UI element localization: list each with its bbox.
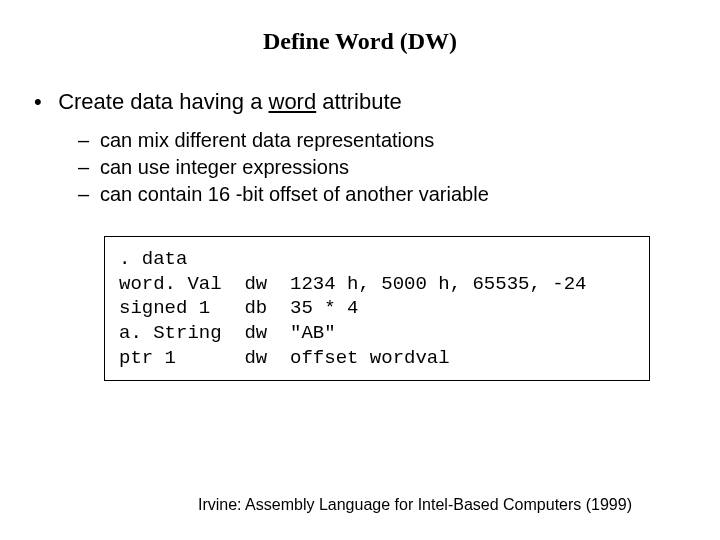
footer-citation: Irvine: Assembly Language for Intel-Base… xyxy=(0,496,720,514)
sub-bullet-list: –can mix different data representations … xyxy=(78,129,720,206)
slide: Define Word (DW) • Create data having a … xyxy=(0,0,720,540)
slide-title: Define Word (DW) xyxy=(0,0,720,55)
bullet-dot-icon: • xyxy=(34,89,52,115)
dash-icon: – xyxy=(78,156,100,179)
sub-bullet-item: –can use integer expressions xyxy=(78,156,720,179)
dash-icon: – xyxy=(78,183,100,206)
dash-icon: – xyxy=(78,129,100,152)
main-bullet: • Create data having a word attribute xyxy=(34,89,720,115)
sub-bullet-item: –can contain 16 -bit offset of another v… xyxy=(78,183,720,206)
sub-bullet-text: can mix different data representations xyxy=(100,129,434,151)
bullet-text-suffix: attribute xyxy=(316,89,402,114)
bullet-text-prefix: Create data having a xyxy=(58,89,268,114)
sub-bullet-item: –can mix different data representations xyxy=(78,129,720,152)
bullet-text-underlined: word xyxy=(269,89,317,114)
sub-bullet-text: can use integer expressions xyxy=(100,156,349,178)
code-block: . data word. Val dw 1234 h, 5000 h, 6553… xyxy=(104,236,650,381)
sub-bullet-text: can contain 16 -bit offset of another va… xyxy=(100,183,489,205)
